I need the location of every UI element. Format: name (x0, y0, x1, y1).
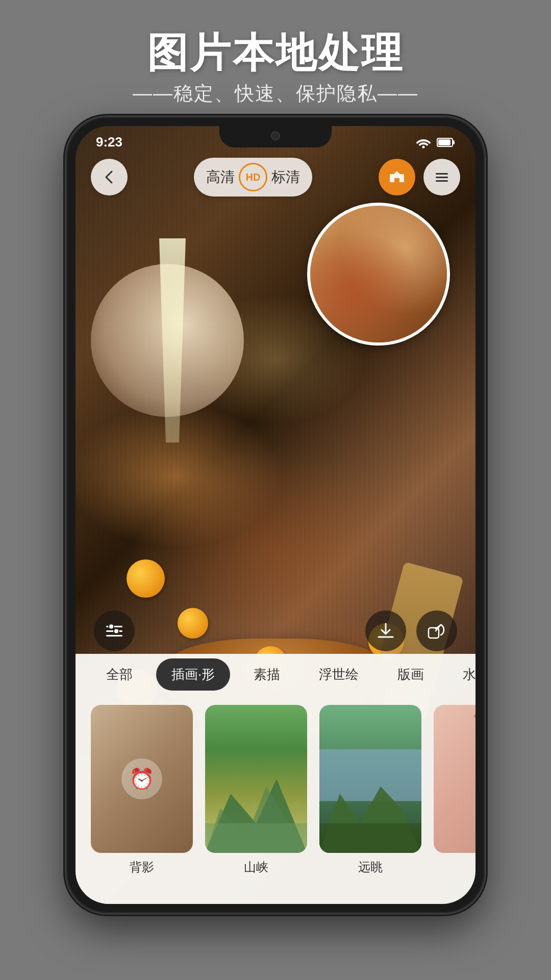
favorite-button[interactable] (379, 159, 415, 195)
fruit-5 (127, 559, 165, 598)
svg-rect-4 (394, 178, 399, 182)
comparison-circle (307, 203, 450, 346)
style-thumb-yuantiao[interactable]: 远眺 (319, 705, 421, 875)
style-thumb-shanxia-img (205, 705, 307, 853)
phone-screen: 9:23 (76, 126, 475, 904)
phone-mockup: 9:23 (66, 117, 485, 913)
bottom-actions (76, 608, 475, 654)
share-button[interactable] (416, 610, 457, 651)
svg-rect-5 (436, 173, 448, 175)
svg-point-12 (114, 629, 119, 634)
main-title: 图片本地处理 (0, 31, 551, 76)
quality-high-label: 高清 (206, 167, 235, 187)
comparison-inner (310, 206, 447, 342)
top-toolbar: 高清 HD 标清 (76, 154, 475, 200)
download-icon (374, 620, 397, 642)
filter-tab-all[interactable]: 全部 (91, 658, 148, 691)
style-thumb-beying[interactable]: ⏰ 背影 (91, 705, 193, 875)
style-thumb-yuantiao-label: 远眺 (358, 859, 383, 875)
svg-rect-10 (106, 635, 122, 636)
svg-rect-16 (205, 823, 307, 853)
right-actions (365, 610, 457, 651)
abstract-art (434, 705, 475, 853)
back-button[interactable] (91, 159, 128, 195)
filter-tab-sketch[interactable]: 素描 (238, 658, 295, 691)
svg-rect-6 (436, 177, 448, 178)
style-thumb-beying-label: 背影 (130, 859, 154, 875)
quality-selector[interactable]: 高清 HD 标清 (194, 158, 312, 197)
filter-tabs: 全部 插画·形 素描 浮世绘 版画 水... (76, 654, 475, 695)
style-thumbnails: ⏰ 背影 山峡 (76, 695, 475, 904)
svg-rect-2 (453, 140, 455, 144)
style-thumb-beying-img: ⏰ (91, 705, 193, 853)
svg-rect-3 (438, 139, 450, 145)
menu-icon (433, 168, 451, 186)
style-thumb-shanxia-label: 山峡 (244, 859, 268, 875)
landscape-art (319, 749, 421, 853)
home-icon (387, 167, 407, 187)
header-section: 图片本地处理 ——稳定、快速、保护隐私—— (0, 0, 551, 122)
svg-rect-7 (436, 180, 448, 182)
status-time: 9:23 (96, 130, 122, 150)
svg-rect-20 (434, 705, 475, 853)
adjust-button[interactable] (94, 610, 135, 651)
mountain-art (205, 764, 307, 853)
phone-frame: 9:23 (66, 117, 485, 913)
svg-rect-17 (319, 749, 421, 801)
download-button[interactable] (365, 610, 406, 651)
adjust-icon (103, 620, 126, 642)
right-toolbar-buttons (379, 159, 460, 195)
filter-tab-illustration[interactable]: 插画·形 (156, 658, 230, 691)
style-thumb-extra-img (434, 705, 475, 853)
clock-icon: ⏰ (121, 758, 162, 799)
hd-badge: HD (239, 163, 267, 191)
style-thumb-shanxia[interactable]: 山峡 (205, 705, 307, 875)
svg-point-11 (109, 624, 114, 629)
back-arrow-icon (101, 168, 118, 186)
filter-tab-woodblock[interactable]: 版画 (382, 658, 439, 691)
status-icons (415, 132, 455, 149)
share-icon (425, 620, 448, 642)
sub-title: ——稳定、快速、保护隐私—— (0, 81, 551, 107)
menu-button[interactable] (423, 159, 460, 195)
wifi-icon (415, 136, 432, 149)
filter-tab-ukiyo[interactable]: 浮世绘 (304, 658, 374, 691)
quality-standard-label: 标清 (271, 167, 300, 187)
notch (219, 126, 332, 148)
svg-point-0 (422, 145, 425, 148)
svg-rect-19 (319, 823, 421, 853)
filter-tab-water[interactable]: 水... (447, 658, 475, 691)
front-camera (271, 131, 280, 140)
style-thumb-yuantiao-img (319, 705, 421, 853)
battery-icon (437, 137, 455, 148)
style-thumb-extra[interactable] (434, 705, 475, 859)
